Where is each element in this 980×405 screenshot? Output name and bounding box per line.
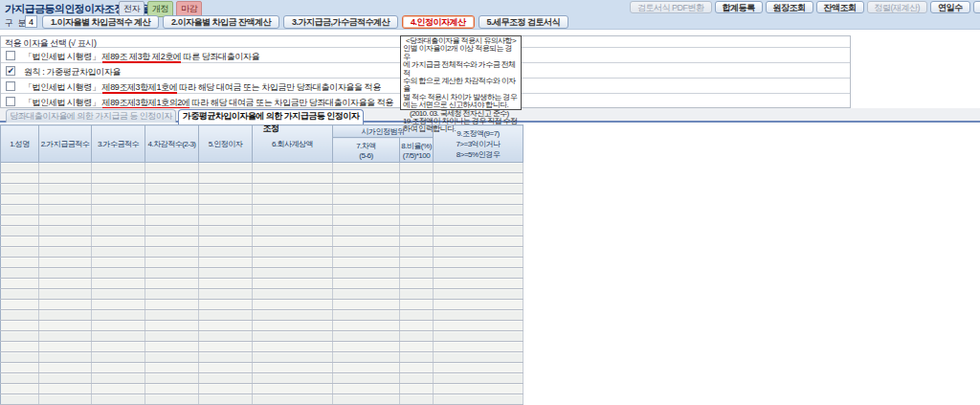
table-row[interactable] xyxy=(1,215,523,226)
table-cell[interactable] xyxy=(92,184,145,194)
table-cell[interactable] xyxy=(39,394,92,405)
table-cell[interactable] xyxy=(400,215,434,226)
table-cell[interactable] xyxy=(39,268,92,279)
table-cell[interactable] xyxy=(39,247,92,258)
table-cell[interactable] xyxy=(145,384,199,394)
table-cell[interactable] xyxy=(333,279,400,289)
table-cell[interactable] xyxy=(434,321,523,331)
table-row[interactable] xyxy=(1,279,523,289)
table-cell[interactable] xyxy=(145,184,199,194)
table-cell[interactable] xyxy=(400,289,434,300)
table-cell[interactable] xyxy=(333,247,400,258)
table-cell[interactable] xyxy=(199,394,253,405)
annual-days-button[interactable]: 연일수 xyxy=(930,1,970,13)
table-cell[interactable] xyxy=(92,258,145,268)
table-cell[interactable] xyxy=(39,300,92,310)
table-cell[interactable] xyxy=(434,279,523,289)
table-cell[interactable] xyxy=(253,373,333,384)
table-row[interactable] xyxy=(1,194,523,205)
table-cell[interactable] xyxy=(400,373,434,384)
table-cell[interactable] xyxy=(199,226,253,236)
table-cell[interactable] xyxy=(1,352,39,363)
table-cell[interactable] xyxy=(253,321,333,331)
rate-option-checkbox-4[interactable] xyxy=(6,97,15,106)
pdf-convert-button[interactable]: 검토서식 PDF변환 xyxy=(630,1,712,13)
table-cell[interactable] xyxy=(145,247,199,258)
table-cell[interactable] xyxy=(400,363,434,373)
table-cell[interactable] xyxy=(92,163,145,173)
table-cell[interactable] xyxy=(434,310,523,321)
table-cell[interactable] xyxy=(253,300,333,310)
table-row[interactable] xyxy=(1,184,523,194)
table-cell[interactable] xyxy=(92,247,145,258)
table-cell[interactable] xyxy=(400,394,434,405)
prior-form-button[interactable]: 전기서식 xyxy=(973,1,980,13)
table-cell[interactable] xyxy=(39,279,92,289)
table-cell[interactable] xyxy=(333,226,400,236)
table-cell[interactable] xyxy=(145,205,199,215)
table-cell[interactable] xyxy=(333,373,400,384)
table-cell[interactable] xyxy=(39,384,92,394)
table-cell[interactable] xyxy=(400,173,434,184)
step5-button[interactable]: 5.세무조정 검토서식 xyxy=(479,15,569,29)
table-row[interactable] xyxy=(1,363,523,373)
table-cell[interactable] xyxy=(253,236,333,247)
table-cell[interactable] xyxy=(333,352,400,363)
table-cell[interactable] xyxy=(333,331,400,342)
table-cell[interactable] xyxy=(1,236,39,247)
table-cell[interactable] xyxy=(145,310,199,321)
table-cell[interactable] xyxy=(400,205,434,215)
table-cell[interactable] xyxy=(400,236,434,247)
table-cell[interactable] xyxy=(92,363,145,373)
table-cell[interactable] xyxy=(1,194,39,205)
table-row[interactable] xyxy=(1,205,523,215)
table-cell[interactable] xyxy=(1,342,39,352)
table-cell[interactable] xyxy=(92,384,145,394)
table-cell[interactable] xyxy=(253,215,333,226)
table-cell[interactable] xyxy=(1,226,39,236)
rate-option-checkbox-3[interactable] xyxy=(6,81,15,91)
table-cell[interactable] xyxy=(145,352,199,363)
table-cell[interactable] xyxy=(39,373,92,384)
table-cell[interactable] xyxy=(199,331,253,342)
table-cell[interactable] xyxy=(39,163,92,173)
table-cell[interactable] xyxy=(199,258,253,268)
table-cell[interactable] xyxy=(253,268,333,279)
table-cell[interactable] xyxy=(333,289,400,300)
table-row[interactable] xyxy=(1,321,523,331)
table-cell[interactable] xyxy=(333,310,400,321)
table-row[interactable] xyxy=(1,289,523,300)
table-cell[interactable] xyxy=(253,310,333,321)
table-cell[interactable] xyxy=(434,163,523,173)
table-row[interactable] xyxy=(1,258,523,268)
table-cell[interactable] xyxy=(253,173,333,184)
table-cell[interactable] xyxy=(434,236,523,247)
table-cell[interactable] xyxy=(333,363,400,373)
table-cell[interactable] xyxy=(92,194,145,205)
table-row[interactable] xyxy=(1,226,523,236)
table-cell[interactable] xyxy=(145,194,199,205)
tab-weighted-average-rate[interactable]: 가중평균차입이자율에 의한 가지급금등 인정이자 조정 xyxy=(178,109,364,124)
table-cell[interactable] xyxy=(145,279,199,289)
table-cell[interactable] xyxy=(434,258,523,268)
table-cell[interactable] xyxy=(1,310,39,321)
table-cell[interactable] xyxy=(434,373,523,384)
table-cell[interactable] xyxy=(253,205,333,215)
step4-button[interactable]: 4.인정이자계산 xyxy=(402,15,475,29)
table-cell[interactable] xyxy=(39,258,92,268)
table-row[interactable] xyxy=(1,384,523,394)
table-cell[interactable] xyxy=(39,363,92,373)
table-cell[interactable] xyxy=(145,173,199,184)
table-cell[interactable] xyxy=(145,289,199,300)
table-cell[interactable] xyxy=(145,342,199,352)
table-cell[interactable] xyxy=(434,184,523,194)
table-cell[interactable] xyxy=(333,194,400,205)
table-cell[interactable] xyxy=(92,331,145,342)
table-cell[interactable] xyxy=(199,163,253,173)
table-cell[interactable] xyxy=(400,184,434,194)
table-cell[interactable] xyxy=(92,342,145,352)
table-cell[interactable] xyxy=(39,321,92,331)
table-cell[interactable] xyxy=(400,300,434,310)
ledger-inquiry-button[interactable]: 원장조회 xyxy=(766,1,813,13)
table-cell[interactable] xyxy=(333,321,400,331)
